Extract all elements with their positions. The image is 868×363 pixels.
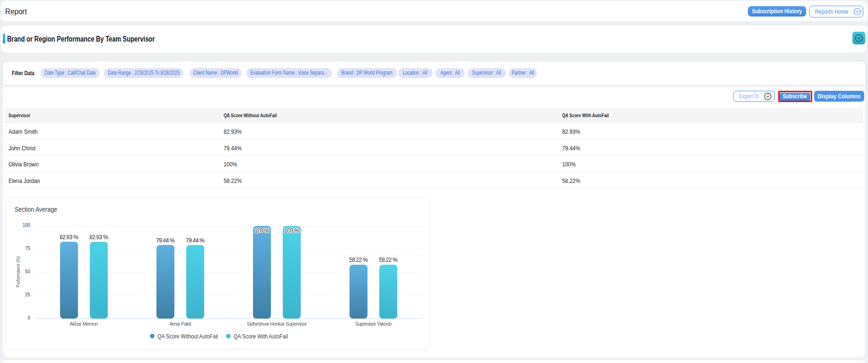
svg-text:100 %: 100 % <box>284 227 299 234</box>
svg-text:Akbar Memon: Akbar Memon <box>69 321 98 327</box>
svg-text:Sidheshvar Honkar Supervisor: Sidheshvar Honkar Supervisor <box>247 321 307 327</box>
svg-text:QA Score With AutoFail: QA Score With AutoFail <box>234 333 288 340</box>
svg-text:79.44 %: 79.44 % <box>156 237 175 244</box>
svg-text:0: 0 <box>28 315 31 320</box>
svg-text:Amar Patel: Amar Patel <box>169 321 191 327</box>
svg-text:Supervisor Yakoob: Supervisor Yakoob <box>355 321 391 327</box>
svg-text:58.22 %: 58.22 % <box>349 257 368 263</box>
svg-text:58.22 %: 58.22 % <box>379 257 398 263</box>
svg-text:50: 50 <box>25 268 30 274</box>
svg-text:82.93 %: 82.93 % <box>89 234 108 241</box>
svg-text:QA Score Without AutoFail: QA Score Without AutoFail <box>157 333 218 340</box>
svg-text:79.44 %: 79.44 % <box>186 237 205 244</box>
svg-text:100 %: 100 % <box>254 227 269 234</box>
svg-text:25: 25 <box>25 292 30 297</box>
svg-text:Section Average: Section Average <box>15 206 57 213</box>
svg-text:Performance (%): Performance (%) <box>15 256 21 287</box>
svg-text:82.93 %: 82.93 % <box>60 234 78 241</box>
svg-text:75: 75 <box>25 245 30 251</box>
svg-text:100: 100 <box>23 222 30 228</box>
